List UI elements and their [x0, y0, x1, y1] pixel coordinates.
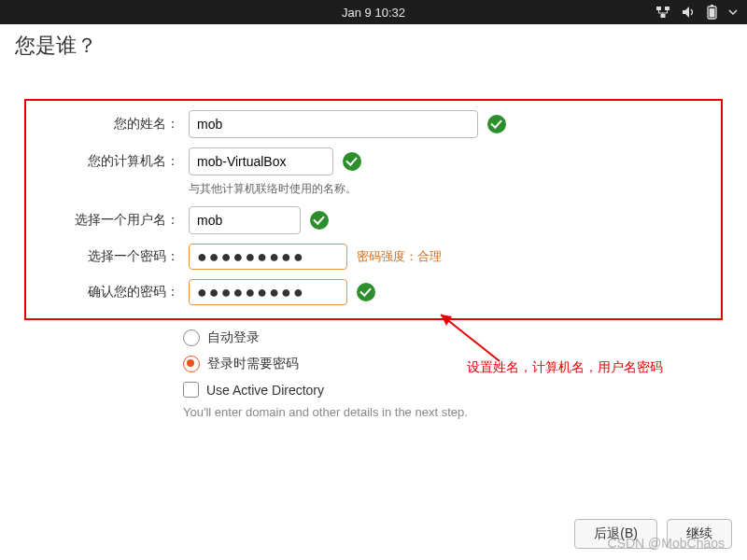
continue-button[interactable]: 继续 [667, 519, 732, 549]
username-valid-icon [310, 211, 329, 230]
auto-login-option[interactable]: 自动登录 [183, 329, 723, 346]
svg-rect-5 [710, 8, 715, 18]
name-valid-icon [487, 115, 506, 133]
name-input[interactable] [189, 110, 478, 138]
confirm-password-input[interactable]: ●●●●●●●●● [189, 279, 347, 305]
username-input[interactable] [189, 206, 301, 234]
chevron-down-icon[interactable] [728, 8, 738, 16]
volume-icon[interactable] [682, 6, 696, 19]
active-directory-hint: You'll enter domain and other details in… [183, 405, 723, 419]
require-password-label: 登录时需要密码 [207, 356, 299, 372]
svg-rect-1 [665, 7, 669, 10]
username-label: 选择一个用户名： [30, 212, 189, 229]
system-topbar: Jan 9 10:32 [0, 0, 747, 24]
confirm-label: 确认您的密码： [30, 284, 189, 301]
checkbox-icon [183, 382, 199, 398]
battery-icon[interactable] [707, 5, 717, 20]
computer-label: 您的计算机名： [30, 153, 189, 170]
active-directory-option[interactable]: Use Active Directory [183, 382, 723, 398]
password-label: 选择一个密码： [30, 248, 189, 265]
confirm-valid-icon [357, 283, 375, 301]
computer-valid-icon [343, 152, 361, 171]
back-button[interactable]: 后退(B) [574, 519, 657, 549]
computer-hint: 与其他计算机联络时使用的名称。 [189, 181, 717, 197]
password-strength: 密码强度：合理 [357, 248, 442, 265]
user-setup-form: 您的姓名： 您的计算机名： 与其他计算机联络时使用的名称。 选择一个用户名： 选… [13, 84, 734, 430]
network-icon[interactable] [655, 6, 670, 19]
clock: Jan 9 10:32 [342, 6, 405, 20]
footer-buttons: 后退(B) 继续 [574, 519, 732, 549]
auto-login-label: 自动登录 [207, 329, 260, 346]
annotation-text: 设置姓名，计算机名，用户名密码 [467, 359, 663, 376]
name-label: 您的姓名： [30, 116, 189, 133]
password-input[interactable]: ●●●●●●●●● [189, 244, 347, 270]
svg-rect-0 [656, 7, 661, 10]
radio-selected-icon [183, 356, 200, 372]
page-title: 您是谁？ [0, 24, 747, 65]
system-tray[interactable] [655, 0, 738, 24]
annotation-highlight: 您的姓名： 您的计算机名： 与其他计算机联络时使用的名称。 选择一个用户名： 选… [24, 99, 723, 320]
active-directory-label: Use Active Directory [206, 383, 324, 398]
radio-unselected-icon [183, 329, 200, 346]
computer-input[interactable] [189, 147, 333, 175]
